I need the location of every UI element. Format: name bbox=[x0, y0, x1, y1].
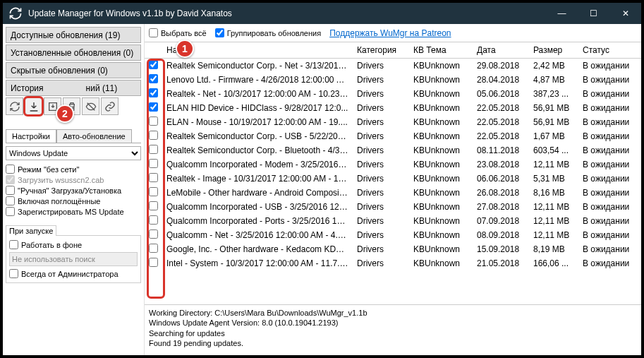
row-checkbox[interactable] bbox=[149, 244, 158, 253]
updates-grid[interactable]: На Категория КВ Тема Дата Размер Статус … bbox=[145, 42, 641, 304]
cell-kb: KBUnknown bbox=[409, 59, 473, 73]
cell-name: Realtek - Net - 10/3/2017 12:00:00 AM - … bbox=[162, 87, 353, 101]
hide-button[interactable] bbox=[82, 97, 99, 115]
manual-checkbox[interactable] bbox=[6, 186, 15, 195]
table-row[interactable]: Lenovo Ltd. - Firmware - 4/26/2018 12:00… bbox=[145, 73, 641, 87]
maximize-button[interactable]: ☐ bbox=[578, 3, 609, 24]
table-row[interactable]: Realtek - Net - 10/3/2017 12:00:00 AM - … bbox=[145, 87, 641, 101]
cell-name: Intel - System - 10/3/2017 12:00:00 AM -… bbox=[162, 256, 353, 270]
table-row[interactable]: Realtek Semiconductor Corp. - Bluetooth … bbox=[145, 143, 641, 157]
settings-tabbar: Настройки Авто-обновление bbox=[6, 129, 141, 143]
select-all-checkbox[interactable] bbox=[149, 28, 158, 37]
cell-name: ELAN HID Device - HIDClass - 9/28/2017 1… bbox=[162, 101, 353, 115]
row-checkbox[interactable] bbox=[149, 88, 158, 97]
table-row[interactable]: Qualcomm Incorporated - Ports - 3/25/201… bbox=[145, 214, 641, 228]
table-row[interactable]: ELAN HID Device - HIDClass - 9/28/2017 1… bbox=[145, 101, 641, 115]
table-row[interactable]: Intel - System - 10/3/2017 12:00:00 AM -… bbox=[145, 256, 641, 270]
available-updates-button[interactable]: Доступные обновления (19) bbox=[6, 27, 141, 43]
table-row[interactable]: Realtek Semiconductor Corp. - USB - 5/22… bbox=[145, 129, 641, 143]
row-checkbox[interactable] bbox=[149, 74, 158, 83]
table-row[interactable]: Qualcomm Incorporated - Modem - 3/25/201… bbox=[145, 157, 641, 172]
table-row[interactable]: ELAN - Mouse - 10/19/2017 12:00:00 AM - … bbox=[145, 115, 641, 129]
annotation-badge-1: 1 bbox=[176, 40, 194, 58]
close-button[interactable]: ✕ bbox=[609, 3, 641, 24]
row-checkbox[interactable] bbox=[149, 117, 158, 126]
cell-date: 21.05.2018 bbox=[473, 256, 529, 270]
row-checkbox[interactable] bbox=[149, 187, 158, 196]
table-row[interactable]: Qualcomm - Net - 3/25/2016 12:00:00 AM -… bbox=[145, 228, 641, 242]
cell-status: В ожидании bbox=[578, 186, 641, 200]
table-row[interactable]: Realtek - Image - 10/31/2017 12:00:00 AM… bbox=[145, 172, 641, 186]
cell-size: 5,31 MB bbox=[529, 172, 578, 186]
refresh-button[interactable] bbox=[6, 97, 23, 115]
cell-status: В ожидании bbox=[578, 129, 641, 143]
cell-kb: KBUnknown bbox=[409, 228, 473, 242]
row-checkbox[interactable] bbox=[149, 60, 158, 69]
row-checkbox[interactable] bbox=[149, 145, 158, 154]
cell-category: Drivers bbox=[353, 59, 409, 73]
col-size[interactable]: Размер bbox=[529, 42, 578, 59]
table-row[interactable]: Realtek Semiconductor Corp. - Net - 3/13… bbox=[145, 59, 641, 73]
cell-category: Drivers bbox=[353, 172, 409, 186]
minimize-button[interactable]: — bbox=[546, 3, 578, 24]
cell-status: В ожидании bbox=[578, 101, 641, 115]
cell-size: 1,67 MB bbox=[529, 129, 578, 143]
header-row: На Категория КВ Тема Дата Размер Статус bbox=[145, 42, 641, 59]
group-checkbox[interactable] bbox=[215, 28, 224, 37]
row-checkbox[interactable] bbox=[149, 102, 158, 112]
col-category[interactable]: Категория bbox=[353, 42, 409, 59]
cell-name: Qualcomm - Net - 3/25/2016 12:00:00 AM -… bbox=[162, 228, 353, 242]
installed-updates-button[interactable]: Установленные обновления (0) bbox=[6, 44, 141, 61]
row-checkbox[interactable] bbox=[149, 201, 158, 210]
row-checkbox[interactable] bbox=[149, 258, 158, 267]
register-checkbox[interactable] bbox=[6, 207, 15, 216]
tab-auto-update[interactable]: Авто-обновление bbox=[56, 129, 132, 143]
link-button[interactable] bbox=[101, 97, 119, 115]
manual-label: "Ручная" Загрузка/Установка bbox=[18, 186, 121, 195]
cell-name: Realtek Semiconductor Corp. - Bluetooth … bbox=[162, 143, 353, 157]
download-cab-label: Загрузить wsusscn2.cab bbox=[18, 176, 104, 184]
table-row[interactable]: Qualcomm Incorporated - USB - 3/25/2016 … bbox=[145, 200, 641, 214]
cell-date: 22.05.2018 bbox=[473, 129, 529, 143]
tab-settings[interactable]: Настройки bbox=[6, 129, 56, 143]
cell-size: 2,42 MB bbox=[529, 59, 578, 73]
offline-checkbox[interactable] bbox=[6, 165, 15, 174]
row-checkbox[interactable] bbox=[149, 215, 158, 225]
background-label: Работать в фоне bbox=[21, 241, 82, 249]
hidden-updates-button[interactable]: Скрытые обновления (0) bbox=[6, 62, 141, 78]
table-row[interactable]: LeMobile - Other hardware - Android Comp… bbox=[145, 186, 641, 200]
table-row[interactable]: Google, Inc. - Other hardware - Kedacom … bbox=[145, 242, 641, 256]
cell-size: 12,11 MB bbox=[529, 228, 578, 242]
row-checkbox[interactable] bbox=[149, 229, 158, 239]
row-checkbox[interactable] bbox=[149, 173, 158, 182]
cell-date: 22.05.2018 bbox=[473, 115, 529, 129]
admin-checkbox[interactable] bbox=[9, 269, 18, 278]
search-mode-input bbox=[9, 252, 138, 266]
cell-size: 603,54 ... bbox=[529, 143, 578, 157]
history-button[interactable]: История ний (11) bbox=[6, 80, 141, 96]
cell-kb: KBUnknown bbox=[409, 186, 473, 200]
cell-category: Drivers bbox=[353, 157, 409, 172]
cell-category: Drivers bbox=[353, 115, 409, 129]
row-checkbox[interactable] bbox=[149, 159, 158, 168]
update-source-select[interactable]: Windows Update bbox=[6, 146, 141, 160]
cell-kb: KBUnknown bbox=[409, 101, 473, 115]
cell-date: 15.09.2018 bbox=[473, 242, 529, 256]
row-checkbox[interactable] bbox=[149, 131, 158, 140]
background-checkbox[interactable] bbox=[9, 240, 18, 249]
cell-status: В ожидании bbox=[578, 256, 641, 270]
col-status[interactable]: Статус bbox=[578, 42, 641, 59]
register-label: Зарегистрировать MS Update bbox=[18, 208, 124, 216]
cell-status: В ожидании bbox=[578, 242, 641, 256]
patreon-link[interactable]: Поддержать WuMgr на Patreon bbox=[329, 28, 451, 38]
col-kb[interactable]: КВ Тема bbox=[409, 42, 473, 59]
cell-kb: KBUnknown bbox=[409, 143, 473, 157]
download-button[interactable] bbox=[25, 97, 42, 115]
cell-name: ELAN - Mouse - 10/19/2017 12:00:00 AM - … bbox=[162, 115, 353, 129]
cell-name: Qualcomm Incorporated - USB - 3/25/2016 … bbox=[162, 200, 353, 214]
cell-status: В ожидании bbox=[578, 143, 641, 157]
cell-date: 06.06.2018 bbox=[473, 172, 529, 186]
cell-size: 166,06 ... bbox=[529, 256, 578, 270]
include-checkbox[interactable] bbox=[6, 196, 15, 205]
col-date[interactable]: Дата bbox=[473, 42, 529, 59]
